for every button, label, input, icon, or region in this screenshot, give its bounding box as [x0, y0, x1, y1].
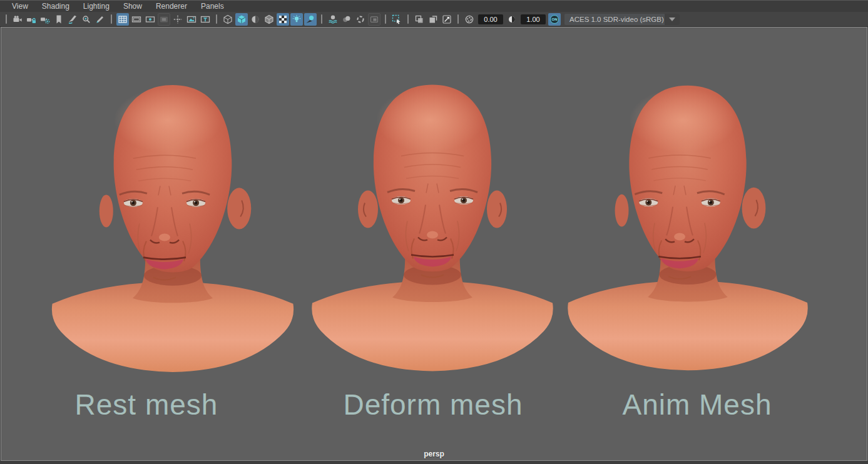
gamma-icon[interactable]	[506, 13, 518, 26]
menu-lighting[interactable]: Lighting	[76, 1, 116, 12]
bust-mesh-anim[interactable]	[563, 81, 812, 371]
camera-name-label: persp	[1, 450, 867, 458]
menu-show[interactable]: Show	[116, 1, 149, 12]
bust-mesh-deform[interactable]	[307, 80, 558, 373]
field-chart-icon[interactable]	[171, 13, 184, 26]
camera-attributes-icon[interactable]	[39, 13, 51, 26]
image-plane-icon[interactable]	[66, 13, 79, 26]
toolbar-separator	[407, 14, 409, 24]
color-management-on-badge: ON	[550, 15, 559, 24]
x-ray-active-components-icon[interactable]	[427, 13, 439, 26]
motion-blur-icon[interactable]	[340, 13, 353, 26]
toolbar-separator	[457, 14, 459, 24]
gamma-field[interactable]: 1.00	[521, 14, 546, 24]
label-deform-mesh: Deform mesh	[320, 388, 546, 421]
smooth-shade-icon[interactable]	[235, 13, 248, 26]
use-default-material-icon[interactable]	[249, 13, 262, 26]
safe-action-icon[interactable]	[185, 13, 198, 26]
anti-aliasing-icon[interactable]	[354, 13, 367, 26]
menu-shading[interactable]: Shading	[35, 1, 76, 12]
wireframe-on-shaded-icon[interactable]	[263, 13, 275, 26]
depth-of-field-icon	[368, 13, 380, 26]
lights-icon[interactable]	[290, 13, 303, 26]
exposure-field[interactable]: 0.00	[478, 14, 503, 24]
view-transform-dropdown[interactable]: ACES 1.0 SDR-video (sRGB)	[564, 14, 680, 25]
gate-mask-icon	[158, 13, 170, 26]
isolate-select-icon[interactable]	[391, 13, 403, 26]
toolbar-separator	[111, 14, 112, 24]
resolution-gate-icon[interactable]	[144, 13, 156, 26]
bookmarks-icon[interactable]	[53, 13, 65, 26]
color-management-toggle-icon[interactable]: ON	[548, 13, 561, 26]
panel-toolbar: 0.001.00ONACES 1.0 SDR-video (sRGB)	[0, 12, 868, 27]
view-transform-value: ACES 1.0 SDR-video (sRGB)	[564, 16, 665, 23]
grid-icon[interactable]	[116, 13, 129, 26]
ambient-occlusion-icon[interactable]	[327, 13, 339, 26]
menu-panels[interactable]: Panels	[194, 1, 231, 12]
panel-menu-bar: ViewShadingLightingShowRendererPanels	[0, 0, 868, 12]
wireframe-icon[interactable]	[222, 13, 234, 26]
label-anim-mesh: Anim Mesh	[585, 388, 810, 421]
bust-mesh-rest[interactable]	[46, 81, 299, 373]
shadows-icon[interactable]	[304, 13, 317, 26]
toolbar-separator	[385, 14, 386, 24]
grease-pencil-icon[interactable]	[94, 13, 106, 26]
menu-renderer[interactable]: Renderer	[149, 1, 194, 12]
textured-icon[interactable]	[277, 13, 289, 26]
toolbar-separator	[321, 14, 322, 24]
viewport-canvas[interactable]: Rest mesh Deform mesh Anim Mesh persp	[1, 27, 867, 461]
film-gate-icon[interactable]	[130, 13, 143, 26]
lock-camera-icon[interactable]	[25, 13, 38, 26]
toolbar-separator	[216, 14, 217, 24]
toolbar-separator	[6, 14, 7, 24]
select-camera-icon[interactable]	[11, 13, 24, 26]
label-rest-mesh: Rest mesh	[34, 388, 259, 421]
pan-zoom-icon[interactable]	[80, 13, 93, 26]
x-ray-icon[interactable]	[413, 13, 426, 26]
exposure-icon[interactable]	[463, 13, 476, 26]
chevron-down-icon[interactable]	[665, 14, 680, 25]
safe-title-icon[interactable]	[199, 13, 212, 26]
menu-view[interactable]: View	[5, 1, 35, 12]
x-ray-joints-icon[interactable]	[441, 13, 453, 26]
